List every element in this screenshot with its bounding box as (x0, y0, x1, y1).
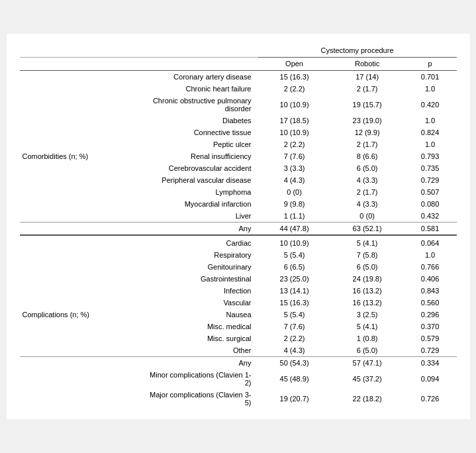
row-label: Misc. medical (139, 321, 258, 332)
p-value: 0.729 (404, 174, 457, 186)
p-value: 0.729 (404, 344, 457, 357)
col-p-header: p (404, 58, 457, 71)
robotic-value: 6 (5.0) (331, 162, 404, 174)
open-value: 2 (2.2) (258, 138, 331, 150)
category-label-cell (20, 162, 139, 174)
category-label-cell (20, 357, 139, 370)
table-row: Any50 (54.3)57 (47.1)0.334 (20, 357, 457, 370)
open-value: 5 (5.4) (258, 249, 331, 261)
robotic-value: 4 (3.3) (331, 174, 404, 186)
robotic-value: 0 (0) (331, 210, 404, 223)
robotic-value: 5 (4.1) (331, 235, 404, 249)
robotic-value: 23 (19.0) (331, 115, 404, 126)
category-label-cell (20, 198, 139, 210)
table-row: Chronic obstructive pulmonary disorder10… (20, 95, 457, 115)
robotic-value: 4 (3.3) (331, 198, 404, 210)
open-value: 4 (4.3) (258, 344, 331, 357)
row-label: Liver (139, 210, 258, 223)
category-label-cell (20, 210, 139, 223)
open-value: 15 (16.3) (258, 71, 331, 83)
robotic-value: 17 (14) (331, 71, 404, 83)
p-value: 0.334 (404, 357, 457, 370)
row-label: Renal insufficiency (139, 150, 258, 162)
table-row: Myocardial infarction9 (9.8)4 (3.3)0.080 (20, 198, 457, 210)
robotic-value: 45 (37.2) (331, 369, 404, 389)
row-label: Cerebrovascular accident (139, 162, 258, 174)
p-value: 0.843 (404, 285, 457, 297)
open-value: 19 (20.7) (258, 389, 331, 409)
category-label-cell (20, 297, 139, 309)
category-label-cell (20, 389, 139, 409)
p-value: 0.735 (404, 162, 457, 174)
robotic-value: 19 (15.7) (331, 95, 404, 115)
open-value: 9 (9.8) (258, 198, 331, 210)
open-value: 44 (47.8) (258, 223, 331, 236)
open-value: 15 (16.3) (258, 297, 331, 309)
open-value: 4 (4.3) (258, 174, 331, 186)
p-value: 0.766 (404, 261, 457, 273)
row-label: Chronic obstructive pulmonary disorder (139, 95, 258, 115)
category-label-cell (20, 369, 139, 389)
table-row: Infection13 (14.1)16 (13.2)0.843 (20, 285, 457, 297)
col-open-header: Open (258, 58, 331, 71)
open-value: 7 (7.6) (258, 150, 331, 162)
robotic-value: 24 (19.8) (331, 273, 404, 285)
robotic-value: 2 (1.7) (331, 186, 404, 198)
p-value: 0.581 (404, 223, 457, 236)
category-label-cell (20, 71, 139, 83)
p-value: 0.726 (404, 389, 457, 409)
table-row: Cardiac10 (10.9)5 (4.1)0.064 (20, 235, 457, 249)
open-value: 5 (5.4) (258, 309, 331, 321)
robotic-value: 6 (5.0) (331, 344, 404, 357)
data-table: Cystectomy procedure Open Robotic p Coro… (20, 44, 457, 409)
row-label: Nausea (139, 309, 258, 321)
open-value: 3 (3.3) (258, 162, 331, 174)
row-label: Cardiac (139, 235, 258, 249)
robotic-value: 8 (6.6) (331, 150, 404, 162)
open-value: 7 (7.6) (258, 321, 331, 332)
row-label: Gastrointestinal (139, 273, 258, 285)
open-value: 13 (14.1) (258, 285, 331, 297)
p-value: 1.0 (404, 138, 457, 150)
category-label-cell (20, 223, 139, 236)
robotic-value: 6 (5.0) (331, 261, 404, 273)
open-value: 10 (10.9) (258, 126, 331, 138)
category-label-cell (20, 332, 139, 344)
category-label-cell (20, 126, 139, 138)
category-label-cell (20, 249, 139, 261)
row-label: Any (139, 223, 258, 236)
col-empty-1 (20, 58, 139, 71)
robotic-value: 5 (4.1) (331, 321, 404, 332)
open-value: 2 (2.2) (258, 332, 331, 344)
table-row: Liver1 (1.1)0 (0)0.432 (20, 210, 457, 223)
row-label: Infection (139, 285, 258, 297)
p-value: 0.793 (404, 150, 457, 162)
row-label: Peripheral vascular disease (139, 174, 258, 186)
table-row: Major complications (Clavien 3-5)19 (20.… (20, 389, 457, 409)
robotic-value: 12 (9.9) (331, 126, 404, 138)
table-row: Lymphoma0 (0)2 (1.7)0.507 (20, 186, 457, 198)
table-row: Peripheral vascular disease4 (4.3)4 (3.3… (20, 174, 457, 186)
col-empty-2 (139, 58, 258, 71)
empty-header-2 (139, 44, 258, 58)
row-label: Diabetes (139, 115, 258, 126)
p-value: 0.560 (404, 297, 457, 309)
row-label: Genitourinary (139, 261, 258, 273)
empty-header-1 (20, 44, 139, 58)
category-label-cell (20, 115, 139, 126)
p-value: 1.0 (404, 115, 457, 126)
p-value: 0.080 (404, 198, 457, 210)
table-row: Peptic ulcer2 (2.2)2 (1.7)1.0 (20, 138, 457, 150)
row-label: Coronary artery disease (139, 71, 258, 83)
row-label: Vascular (139, 297, 258, 309)
robotic-value: 16 (13.2) (331, 285, 404, 297)
table-row: Genitourinary6 (6.5)6 (5.0)0.766 (20, 261, 457, 273)
p-value: 0.370 (404, 321, 457, 332)
table-row: Diabetes17 (18.5)23 (19.0)1.0 (20, 115, 457, 126)
table-body: Coronary artery disease15 (16.3)17 (14)0… (20, 71, 457, 409)
p-value: 0.507 (404, 186, 457, 198)
table-row: Complications (n; %)Nausea5 (5.4)3 (2.5)… (20, 309, 457, 321)
p-value: 0.064 (404, 235, 457, 249)
p-value: 0.094 (404, 369, 457, 389)
robotic-value: 2 (1.7) (331, 138, 404, 150)
